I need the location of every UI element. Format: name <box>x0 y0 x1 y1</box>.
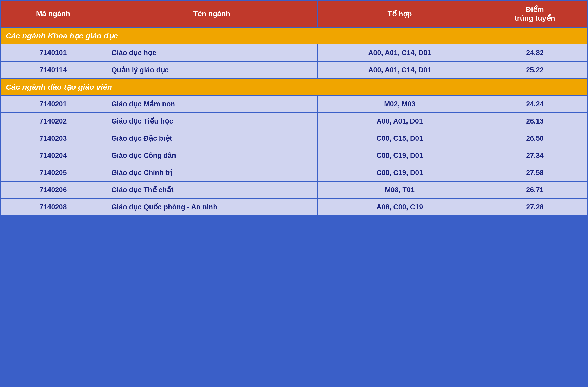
category-row: Các ngành Khoa học giáo dục <box>0 27 588 44</box>
ma-nganh-cell: 7140206 <box>0 181 106 198</box>
to-hop-cell: M02, M03 <box>317 95 482 113</box>
category-label: Các ngành đào tạo giáo viên <box>0 79 588 95</box>
ma-nganh-cell: 7140201 <box>0 95 106 113</box>
table-body: Các ngành Khoa học giáo dục7140101Giáo d… <box>0 27 588 216</box>
table-row: 7140203Giáo dục Đặc biệtC00, C15, D0126.… <box>0 130 588 147</box>
header-to-hop: Tổ hợp <box>317 0 482 27</box>
data-table: Mã ngành Tên ngành Tổ hợp Điểmtrúng tuyể… <box>0 0 588 216</box>
diem-cell: 24.82 <box>482 44 588 61</box>
ma-nganh-cell: 7140202 <box>0 113 106 130</box>
diem-cell: 27.28 <box>482 198 588 216</box>
table-row: 7140114Quản lý giáo dụcA00, A01, C14, D0… <box>0 61 588 79</box>
ma-nganh-cell: 7140114 <box>0 61 106 79</box>
ten-nganh-cell: Giáo dục Mầm non <box>106 95 317 113</box>
to-hop-cell: C00, C19, D01 <box>317 164 482 181</box>
header-diem-trung-tuyen: Điểmtrúng tuyển <box>482 0 588 27</box>
table-row: 7140208Giáo dục Quốc phòng - An ninhA08,… <box>0 198 588 216</box>
table-row: 7140205Giáo dục Chính trịC00, C19, D0127… <box>0 164 588 181</box>
ten-nganh-cell: Giáo dục Tiểu học <box>106 113 317 130</box>
table-row: 7140206Giáo dục Thể chấtM08, T0126.71 <box>0 181 588 198</box>
to-hop-cell: C00, C15, D01 <box>317 130 482 147</box>
ma-nganh-cell: 7140204 <box>0 147 106 164</box>
ten-nganh-cell: Giáo dục Quốc phòng - An ninh <box>106 198 317 216</box>
table-row: 7140201Giáo dục Mầm nonM02, M0324.24 <box>0 95 588 113</box>
to-hop-cell: A00, A01, D01 <box>317 113 482 130</box>
ma-nganh-cell: 7140205 <box>0 164 106 181</box>
ten-nganh-cell: Giáo dục Chính trị <box>106 164 317 181</box>
category-row: Các ngành đào tạo giáo viên <box>0 79 588 95</box>
main-table-container: Mã ngành Tên ngành Tổ hợp Điểmtrúng tuyể… <box>0 0 588 216</box>
table-row: 7140202Giáo dục Tiểu họcA00, A01, D0126.… <box>0 113 588 130</box>
to-hop-cell: C00, C19, D01 <box>317 147 482 164</box>
category-label: Các ngành Khoa học giáo dục <box>0 27 588 44</box>
ten-nganh-cell: Quản lý giáo dục <box>106 61 317 79</box>
to-hop-cell: A08, C00, C19 <box>317 198 482 216</box>
diem-cell: 27.34 <box>482 147 588 164</box>
diem-cell: 26.13 <box>482 113 588 130</box>
ten-nganh-cell: Giáo dục Công dân <box>106 147 317 164</box>
to-hop-cell: A00, A01, C14, D01 <box>317 61 482 79</box>
table-header-row: Mã ngành Tên ngành Tổ hợp Điểmtrúng tuyể… <box>0 0 588 27</box>
ten-nganh-cell: Giáo dục Đặc biệt <box>106 130 317 147</box>
header-ten-nganh: Tên ngành <box>106 0 317 27</box>
ma-nganh-cell: 7140208 <box>0 198 106 216</box>
diem-cell: 26.50 <box>482 130 588 147</box>
header-ma-nganh: Mã ngành <box>0 0 106 27</box>
diem-cell: 27.58 <box>482 164 588 181</box>
diem-cell: 24.24 <box>482 95 588 113</box>
to-hop-cell: A00, A01, C14, D01 <box>317 44 482 61</box>
table-row: 7140101Giáo dục họcA00, A01, C14, D0124.… <box>0 44 588 61</box>
to-hop-cell: M08, T01 <box>317 181 482 198</box>
ten-nganh-cell: Giáo dục học <box>106 44 317 61</box>
ma-nganh-cell: 7140101 <box>0 44 106 61</box>
diem-cell: 25.22 <box>482 61 588 79</box>
ma-nganh-cell: 7140203 <box>0 130 106 147</box>
diem-cell: 26.71 <box>482 181 588 198</box>
ten-nganh-cell: Giáo dục Thể chất <box>106 181 317 198</box>
table-row: 7140204Giáo dục Công dânC00, C19, D0127.… <box>0 147 588 164</box>
